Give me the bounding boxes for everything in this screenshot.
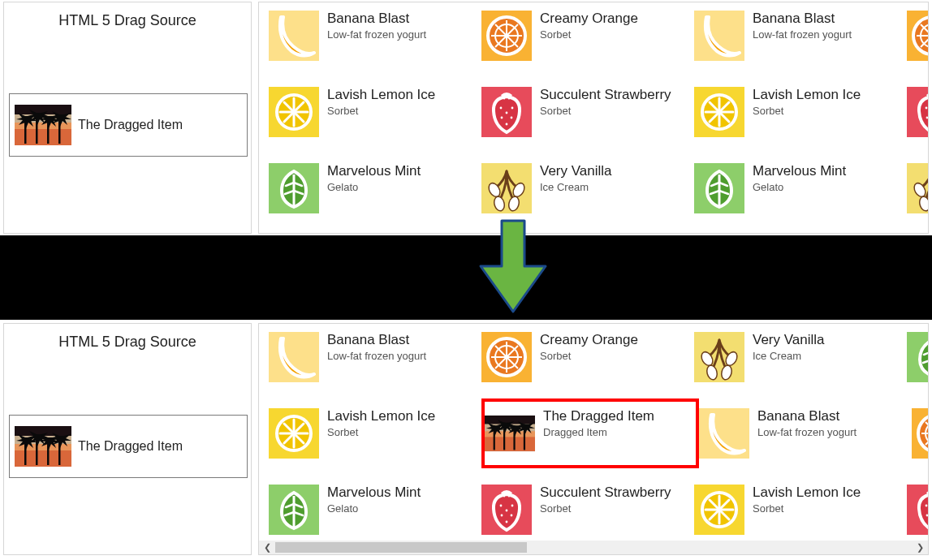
lemon-icon xyxy=(269,87,319,137)
grid-row: Banana BlastLow-fat frozen yogurtCreamy … xyxy=(269,327,929,389)
grid-item[interactable]: Marvelous MintGelato xyxy=(694,158,907,220)
scroll-right-button[interactable]: ❯ xyxy=(912,541,928,554)
grid-row: Lavish Lemon IceSorbetThe Dragged ItemDr… xyxy=(269,403,929,465)
item-subtitle: Low-fat frozen yogurt xyxy=(327,350,426,362)
grid-item[interactable]: Creamy OrangeSorbet xyxy=(481,6,694,67)
scroll-thumb[interactable] xyxy=(275,542,527,553)
grid-item[interactable]: Banana BlastLow-fat frozen yogurt xyxy=(699,403,912,465)
item-title: Very Vanilla xyxy=(753,332,825,348)
item-title: Banana Blast xyxy=(757,408,856,424)
grid-item[interactable]: Marvelous MintGelato xyxy=(269,158,481,220)
grid-item[interactable]: Succulent StrawberrySorbet xyxy=(481,480,694,541)
item-subtitle: Dragged Item xyxy=(543,426,654,438)
vanilla-icon xyxy=(907,163,929,213)
strawberry-icon xyxy=(481,87,532,137)
banana-icon xyxy=(699,408,749,459)
grid-item[interactable] xyxy=(907,158,929,220)
item-subtitle: Ice Cream xyxy=(753,350,825,362)
grid-item[interactable] xyxy=(907,6,929,67)
grid-item[interactable] xyxy=(907,82,929,144)
item-subtitle: Low-fat frozen yogurt xyxy=(753,28,852,41)
strawberry-icon xyxy=(907,87,929,137)
item-title: Very Vanilla xyxy=(540,163,612,179)
item-title: Banana Blast xyxy=(753,11,852,27)
draggable-item[interactable]: The Dragged Item xyxy=(9,93,248,157)
grid-row: Lavish Lemon IceSorbetSucculent Strawber… xyxy=(269,82,929,144)
banana-icon xyxy=(694,11,744,61)
item-subtitle: Gelato xyxy=(753,181,846,193)
mint-icon xyxy=(694,163,744,213)
vanilla-icon xyxy=(694,332,744,382)
drag-item-label: The Dragged Item xyxy=(78,118,183,132)
grid-item[interactable]: Marvelous MintGelato xyxy=(269,480,481,541)
item-subtitle: Gelato xyxy=(327,181,421,193)
item-subtitle: Sorbet xyxy=(327,426,435,438)
drag-source-panel-before: HTML 5 Drag Source The Dragged Item xyxy=(3,2,252,234)
palm-icon xyxy=(485,408,535,459)
item-subtitle: Low-fat frozen yogurt xyxy=(757,426,856,438)
orange-icon xyxy=(912,408,929,459)
grid-row: Banana BlastLow-fat frozen yogurtCreamy … xyxy=(269,6,929,67)
item-subtitle: Low-fat frozen yogurt xyxy=(327,28,426,41)
grid-row: Marvelous MintGelatoVery VanillaIce Crea… xyxy=(269,158,929,220)
draggable-item[interactable]: The Dragged Item xyxy=(9,415,248,478)
vanilla-icon xyxy=(481,163,532,213)
grid-item[interactable]: The Dragged ItemDragged Item xyxy=(481,398,699,468)
item-subtitle: Ice Cream xyxy=(540,181,612,193)
item-subtitle: Sorbet xyxy=(540,105,671,117)
grid-item[interactable]: Succulent StrawberrySorbet xyxy=(481,82,694,144)
grid-row: Marvelous MintGelatoSucculent Strawberry… xyxy=(269,480,929,541)
grid-item[interactable]: Lavish Lemon IceSorbet xyxy=(269,82,481,144)
item-subtitle: Sorbet xyxy=(753,502,861,515)
palm-icon xyxy=(15,426,71,467)
banana-icon xyxy=(269,332,319,382)
item-title: The Dragged Item xyxy=(543,408,654,424)
item-subtitle: Gelato xyxy=(327,502,421,515)
item-title: Marvelous Mint xyxy=(753,163,846,179)
grid-item[interactable]: Banana BlastLow-fat frozen yogurt xyxy=(694,6,907,67)
drag-source-title: HTML 5 Drag Source xyxy=(4,2,251,29)
item-title: Lavish Lemon Ice xyxy=(753,485,861,501)
item-title: Lavish Lemon Ice xyxy=(327,87,435,103)
arrow-down-icon xyxy=(477,219,549,315)
item-subtitle: Sorbet xyxy=(540,350,638,362)
drop-target-panel-before[interactable]: Banana BlastLow-fat frozen yogurtCreamy … xyxy=(258,2,929,234)
item-title: Banana Blast xyxy=(327,11,426,27)
item-subtitle: Sorbet xyxy=(327,105,435,117)
grid-item[interactable]: Lavish Lemon IceSorbet xyxy=(694,480,907,541)
item-title: Succulent Strawberry xyxy=(540,87,671,103)
item-title: Lavish Lemon Ice xyxy=(753,87,861,103)
grid-item[interactable] xyxy=(907,480,929,541)
item-title: Banana Blast xyxy=(327,332,426,348)
grid-item[interactable]: Lavish Lemon IceSorbet xyxy=(694,82,907,144)
item-subtitle: Sorbet xyxy=(540,28,638,41)
banana-icon xyxy=(269,11,319,61)
strawberry-icon xyxy=(907,485,929,535)
item-title: Marvelous Mint xyxy=(327,163,421,179)
divider-band xyxy=(0,235,932,320)
grid-item[interactable] xyxy=(912,403,929,465)
orange-icon xyxy=(481,11,532,61)
item-title: Marvelous Mint xyxy=(327,485,421,501)
orange-icon xyxy=(907,11,929,61)
grid-item[interactable]: Very VanillaIce Cream xyxy=(481,158,694,220)
item-subtitle: Sorbet xyxy=(753,105,861,117)
grid-item[interactable]: Banana BlastLow-fat frozen yogurt xyxy=(269,6,481,67)
scroll-track[interactable] xyxy=(275,541,912,554)
scroll-left-button[interactable]: ❮ xyxy=(259,541,275,554)
grid-item[interactable]: Creamy OrangeSorbet xyxy=(481,327,694,389)
mint-icon xyxy=(907,332,929,382)
drag-item-label: The Dragged Item xyxy=(78,439,183,454)
lemon-icon xyxy=(694,87,744,137)
grid-item[interactable]: Lavish Lemon IceSorbet xyxy=(269,403,481,465)
grid-item[interactable]: Banana BlastLow-fat frozen yogurt xyxy=(269,327,481,389)
grid-item[interactable]: Very VanillaIce Cream xyxy=(694,327,907,389)
mint-icon xyxy=(269,485,319,535)
grid-item[interactable] xyxy=(907,327,929,389)
strawberry-icon xyxy=(481,485,532,535)
drop-target-panel-after[interactable]: Banana BlastLow-fat frozen yogurtCreamy … xyxy=(258,323,929,555)
lemon-icon xyxy=(694,485,744,535)
palm-icon xyxy=(15,105,71,145)
horizontal-scrollbar[interactable]: ❮ ❯ xyxy=(259,541,928,554)
item-title: Creamy Orange xyxy=(540,11,638,27)
